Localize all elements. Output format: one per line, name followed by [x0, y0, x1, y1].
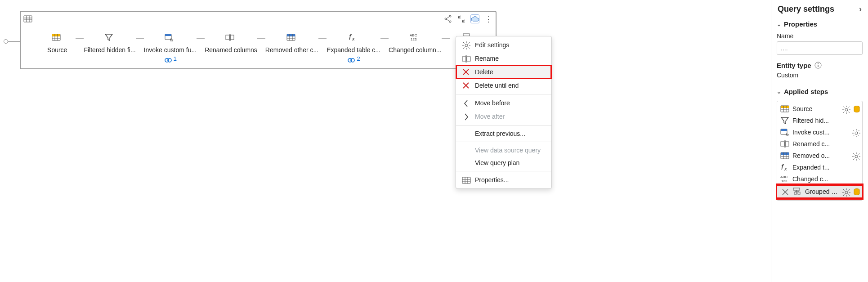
- step-connector: [442, 38, 450, 39]
- ctx-edit-settings[interactable]: Edit settings: [456, 38, 551, 52]
- ctx-extract-previous-label: Extract previous...: [475, 130, 525, 137]
- name-field-label: Name: [777, 32, 863, 40]
- applied-step[interactable]: Changed c...: [777, 173, 862, 185]
- table-icon: [461, 176, 470, 184]
- gear-icon: [461, 41, 470, 49]
- step-context-menu: Edit settings Rename Delete Delete until…: [456, 36, 552, 189]
- close-icon: [461, 68, 470, 76]
- ctx-view-data-source-query: View data source query: [456, 144, 551, 157]
- diagram-step[interactable]: Changed column...: [389, 31, 442, 54]
- gear-icon[interactable]: [841, 188, 850, 196]
- applied-step[interactable]: Renamed c...: [777, 138, 862, 150]
- ctx-view-data-source-query-label: View data source query: [475, 147, 541, 154]
- applied-step[interactable]: Grouped ro...: [777, 185, 862, 198]
- gear-icon[interactable]: [841, 105, 850, 113]
- table-fx-icon: [780, 128, 790, 137]
- diagram-step[interactable]: Filtered hidden fi...: [84, 31, 135, 54]
- applied-step[interactable]: Filtered hid...: [777, 115, 862, 126]
- applied-step[interactable]: Expanded t...: [777, 161, 862, 173]
- diagram-step-label: Changed column...: [389, 46, 442, 54]
- filter-icon: [780, 116, 790, 125]
- applied-step-label: Changed c...: [792, 175, 859, 183]
- gear-icon[interactable]: [851, 152, 859, 160]
- diagram-step-label: Filtered hidden fi...: [84, 46, 135, 54]
- ctx-view-query-plan-label: View query plan: [475, 159, 519, 166]
- step-connector: [257, 38, 265, 39]
- ctx-properties[interactable]: Properties...: [456, 173, 551, 187]
- ctx-delete[interactable]: Delete: [456, 65, 551, 79]
- chevron-down-icon: ⌄: [777, 21, 781, 27]
- applied-step-label: Source: [792, 105, 839, 112]
- ctx-separator: [456, 171, 551, 171]
- diagram-step-label: Source: [47, 46, 67, 54]
- group-icon: [792, 187, 802, 196]
- ctx-view-query-plan[interactable]: View query plan: [456, 157, 551, 169]
- query-canvas: ⋮ SourceFiltered hidden fi...Invoke cust…: [20, 11, 497, 69]
- step-connector: [136, 38, 144, 39]
- applied-step[interactable]: Invoke cust...: [777, 126, 862, 138]
- diagram-step[interactable]: Removed other c...: [265, 31, 318, 54]
- gear-icon[interactable]: [851, 128, 859, 136]
- applied-step-label: Expanded t...: [792, 164, 859, 171]
- filter-icon: [103, 31, 116, 44]
- ctx-move-after: Move after: [456, 110, 551, 123]
- entity-type-label: Entity type: [777, 62, 811, 69]
- diagram-step[interactable]: Source: [39, 31, 76, 54]
- table-yellow-icon: [51, 31, 63, 44]
- collapse-icon[interactable]: [457, 14, 466, 23]
- start-node: [4, 39, 8, 44]
- info-icon[interactable]: [814, 61, 821, 70]
- chevron-right-icon: [461, 112, 470, 121]
- applied-step-label: Filtered hid...: [792, 117, 859, 124]
- applied-step-label: Invoke cust...: [792, 129, 849, 136]
- table-blue-icon: [286, 31, 298, 44]
- diagram-step[interactable]: Renamed columns: [205, 31, 257, 54]
- ctx-edit-settings-label: Edit settings: [475, 41, 509, 49]
- link-badge[interactable]: 1: [164, 55, 177, 62]
- remove-step-icon[interactable]: [780, 188, 790, 195]
- abc123-icon: [780, 175, 790, 184]
- chevron-left-icon: [461, 99, 470, 107]
- abc123-icon: [409, 31, 421, 44]
- start-connector: [8, 41, 20, 42]
- step-connector: [76, 38, 84, 39]
- diagram-step[interactable]: Expanded table c...2: [327, 31, 380, 62]
- more-options-icon[interactable]: ⋮: [484, 14, 493, 23]
- step-connector: [380, 38, 389, 39]
- panel-title: Query settings: [778, 4, 834, 14]
- applied-step[interactable]: Removed o...: [777, 150, 862, 161]
- ctx-rename-label: Rename: [475, 55, 499, 62]
- ctx-rename[interactable]: Rename: [456, 52, 551, 65]
- ctx-separator: [456, 125, 551, 125]
- link-badge[interactable]: 2: [347, 55, 360, 62]
- chevron-down-icon: ⌄: [777, 89, 781, 95]
- share-icon[interactable]: [443, 14, 452, 23]
- fx-icon: [780, 163, 790, 172]
- ctx-move-before-label: Move before: [475, 99, 510, 107]
- applied-step[interactable]: Source: [777, 103, 862, 115]
- ctx-delete-until-end[interactable]: Delete until end: [456, 79, 551, 92]
- chevron-right-icon[interactable]: ›: [859, 4, 862, 14]
- diagram-step[interactable]: Invoke custom fu...1: [144, 31, 197, 62]
- ctx-separator: [456, 142, 551, 142]
- applied-steps-section-toggle[interactable]: ⌄ Applied steps: [777, 87, 863, 96]
- query-name-input[interactable]: [777, 41, 863, 55]
- diagram-step-label: Renamed columns: [205, 46, 257, 54]
- properties-section-toggle[interactable]: ⌄ Properties: [777, 19, 863, 29]
- datasource-icon: [852, 188, 859, 195]
- applied-step-label: Removed o...: [792, 152, 849, 159]
- step-connector: [318, 38, 327, 39]
- cloud-icon[interactable]: [470, 14, 479, 23]
- fx-icon: [347, 31, 360, 44]
- ctx-extract-previous[interactable]: Extract previous...: [456, 127, 551, 140]
- ctx-delete-label: Delete: [475, 68, 493, 76]
- ctx-delete-until-end-label: Delete until end: [475, 82, 519, 89]
- table-blue-icon: [780, 151, 790, 160]
- ctx-move-before[interactable]: Move before: [456, 96, 551, 110]
- datasource-icon: [852, 105, 859, 112]
- rename-icon: [224, 31, 237, 44]
- diagram-step-label: Expanded table c...: [327, 46, 380, 54]
- close-icon: [461, 81, 470, 90]
- rename-icon: [461, 54, 470, 63]
- applied-steps-list: SourceFiltered hid...Invoke cust...Renam…: [777, 101, 863, 201]
